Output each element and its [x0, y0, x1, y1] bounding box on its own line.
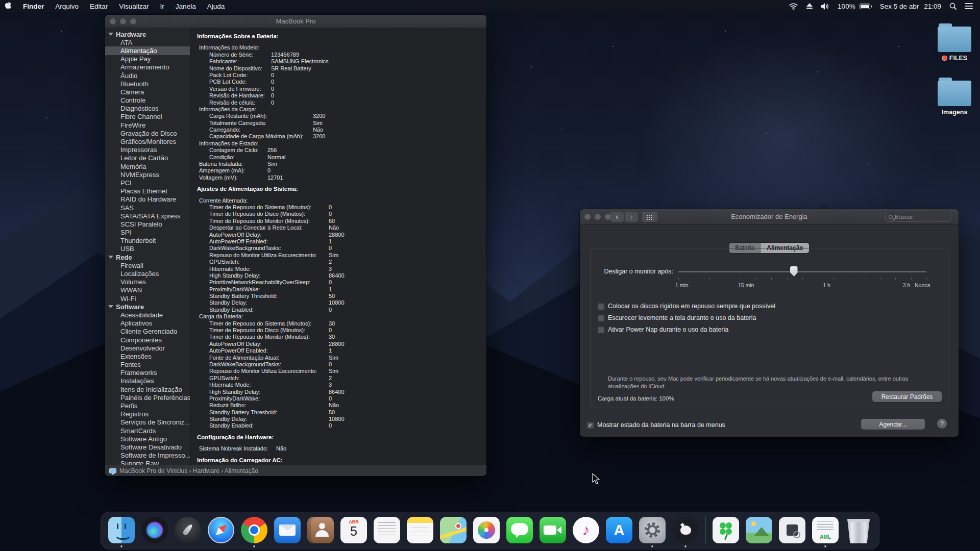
close-button[interactable] — [584, 214, 591, 220]
dock-maps[interactable] — [440, 517, 467, 543]
schedule-button[interactable]: Agendar... — [861, 419, 925, 430]
menubar-date[interactable]: Sex 5 de abr — [880, 3, 919, 10]
dock-github[interactable] — [672, 517, 699, 543]
menu-finder[interactable]: Finder — [17, 0, 50, 12]
disclosure-triangle-icon[interactable] — [108, 33, 113, 36]
menu-editar[interactable]: Editar — [84, 0, 113, 12]
sidebar-item-thunderbolt[interactable]: Thunderbolt — [105, 237, 190, 245]
dock-contacts[interactable] — [307, 517, 334, 543]
minimize-button[interactable] — [595, 214, 601, 220]
minimize-button[interactable] — [120, 18, 126, 24]
sidebar-item-pci[interactable]: PCI — [105, 179, 190, 187]
sidebar-item-volumes[interactable]: Volumes — [105, 278, 190, 286]
sidebar-item-extensões[interactable]: Extensões — [105, 352, 190, 360]
menu-arquivo[interactable]: Arquivo — [50, 0, 84, 12]
menu-ir[interactable]: Ir — [155, 0, 170, 12]
sidebar-item-fontes[interactable]: Fontes — [105, 361, 190, 369]
sidebar-item-wwan[interactable]: WWAN — [105, 286, 190, 294]
sidebar-item-sata/sata express[interactable]: SATA/SATA Express — [105, 212, 190, 220]
dock-clover[interactable] — [713, 517, 739, 543]
menubar-time[interactable]: 21:09 — [924, 3, 941, 10]
zoom-button[interactable] — [130, 18, 136, 24]
menu-visualizar[interactable]: Visualizar — [113, 0, 154, 12]
sidebar-item-software antigo[interactable]: Software Antigo — [105, 435, 190, 443]
sidebar-item-aplicativos[interactable]: Aplicativos — [105, 319, 190, 328]
dock-ioreg[interactable] — [779, 517, 805, 543]
forward-button[interactable]: › — [625, 212, 638, 222]
sysinfo-title-bar[interactable]: MacBook Pro — [105, 15, 486, 28]
sidebar-item-fibre channel[interactable]: Fibre Channel — [105, 113, 190, 121]
dock-calendar[interactable]: ABR5 — [340, 517, 367, 543]
spotlight-icon[interactable] — [949, 3, 957, 10]
breadcrumb[interactable]: MacBook Pro de Vinicius › Hardware › Ali… — [119, 467, 258, 474]
dock-chrome[interactable] — [241, 517, 267, 543]
sidebar-item-firewire[interactable]: FireWire — [105, 121, 190, 129]
sidebar-item-suporte raw[interactable]: Suporte Raw — [105, 460, 190, 465]
sidebar-group-software[interactable]: Software — [105, 303, 190, 311]
back-button[interactable]: ‹ — [610, 212, 624, 222]
sidebar-item-impressoras[interactable]: Impressoras — [105, 146, 190, 154]
sidebar-item-apple pay[interactable]: Apple Pay — [105, 55, 190, 63]
sidebar-item-leitor de cartão[interactable]: Leitor de Cartão — [105, 154, 190, 162]
notification-center-icon[interactable] — [965, 3, 973, 9]
dock-trash[interactable] — [845, 517, 872, 543]
battery-icon[interactable] — [860, 4, 872, 9]
battery-percentage[interactable]: 100% — [838, 3, 855, 10]
restore-defaults-button[interactable]: Restaurar Padrões — [872, 391, 942, 402]
sidebar-item-placas ethernet[interactable]: Placas Ethernet — [105, 187, 190, 195]
sidebar-item-spi[interactable]: SPI — [105, 229, 190, 237]
desktop-folder-files[interactable]: FILES — [930, 27, 979, 62]
dock-finder[interactable] — [108, 517, 135, 543]
menu-janela[interactable]: Janela — [170, 0, 202, 12]
sidebar-item-câmera[interactable]: Câmera — [105, 88, 190, 96]
sidebar-item-perfis[interactable]: Perfis — [105, 402, 190, 410]
volume-icon[interactable] — [821, 3, 829, 10]
show-all-button[interactable] — [642, 212, 657, 222]
sidebar-item-gráficos/monitores[interactable]: Gráficos/Monitores — [105, 137, 190, 145]
sidebar-item-instalações[interactable]: Instalações — [105, 377, 190, 385]
menu-ajuda[interactable]: Ajuda — [202, 0, 231, 12]
sidebar-item-software desativado[interactable]: Software Desativado — [105, 443, 190, 451]
dock-photos[interactable] — [473, 517, 500, 543]
sidebar-item-áudio[interactable]: Áudio — [105, 71, 190, 80]
sidebar-item-painéis de preferências[interactable]: Painéis de Preferências — [105, 393, 190, 402]
sidebar-item-memória[interactable]: Memória — [105, 162, 190, 170]
slider-thumb[interactable] — [790, 266, 798, 277]
sidebar-item-itens de inicialização[interactable]: Itens de Inicialização — [105, 385, 190, 393]
sidebar-item-componentes[interactable]: Componentes — [105, 336, 190, 344]
close-button[interactable] — [110, 18, 116, 24]
sidebar-item-sas[interactable]: SAS — [105, 204, 190, 212]
search-input[interactable]: Buscar — [885, 212, 951, 222]
checkbox[interactable] — [598, 303, 604, 310]
dock-itunes[interactable]: ♪ — [573, 517, 599, 543]
display-sleep-slider[interactable]: 1 min15 min1 h3 hNunca — [678, 271, 926, 272]
sidebar-item-gravação de disco[interactable]: Gravação de Disco — [105, 129, 190, 137]
sidebar-item-registros[interactable]: Registros — [105, 410, 190, 418]
dock-sysprefs[interactable] — [639, 517, 666, 543]
wifi-icon[interactable] — [789, 3, 798, 10]
eject-icon[interactable] — [806, 3, 813, 9]
sidebar-item-nvmexpress[interactable]: NVMExpress — [105, 170, 190, 179]
dock-appstore[interactable]: A — [606, 517, 632, 543]
dock-messages[interactable] — [506, 517, 533, 543]
dock-launchpad[interactable] — [175, 517, 201, 543]
sidebar-item-frameworks[interactable]: Frameworks — [105, 369, 190, 377]
desktop-folder-imagens[interactable]: Imagens — [930, 81, 979, 116]
disclosure-triangle-icon[interactable] — [108, 305, 113, 308]
sidebar-item-armazenamento[interactable]: Armazenamento — [105, 63, 190, 71]
show-battery-checkbox[interactable] — [587, 422, 594, 429]
dock-textedit[interactable] — [374, 517, 400, 543]
dock-facetime[interactable] — [540, 517, 566, 543]
dock-mail[interactable] — [274, 517, 301, 543]
sidebar-item-usb[interactable]: USB — [105, 245, 190, 253]
dock-notes[interactable] — [407, 517, 433, 543]
sidebar-item-raid do hardware[interactable]: RAID do Hardware — [105, 195, 190, 204]
sidebar-item-cliente gerenciado[interactable]: Cliente Gerenciado — [105, 328, 190, 336]
sidebar-group-rede[interactable]: Rede — [105, 253, 190, 261]
help-button[interactable]: ? — [937, 419, 947, 429]
dock-siri[interactable] — [141, 517, 168, 543]
sidebar-item-smartcards[interactable]: SmartCards — [105, 427, 190, 435]
sidebar-item-bluetooth[interactable]: Bluetooth — [105, 80, 190, 88]
sidebar-item-scsi paralelo[interactable]: SCSI Paralelo — [105, 220, 190, 228]
sidebar-item-acessibilidade[interactable]: Acessibilidade — [105, 311, 190, 319]
